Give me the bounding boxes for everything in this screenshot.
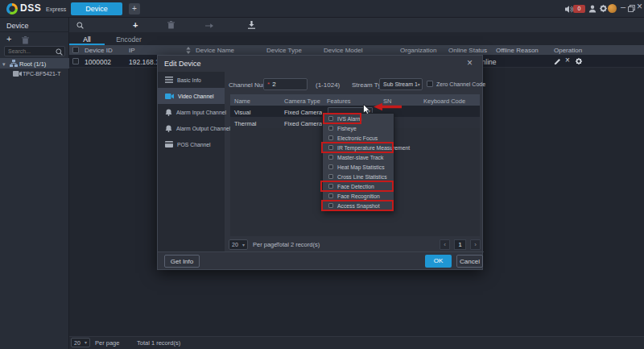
col-device-type: Device Type xyxy=(266,47,302,54)
per-page-label: Per page xyxy=(253,241,277,248)
current-page[interactable]: 1 xyxy=(454,239,466,250)
menu-item-video-channel[interactable]: Video Channel xyxy=(158,88,225,104)
per-page-value: 20 xyxy=(232,242,238,247)
pos-card-icon xyxy=(165,141,173,147)
title-bar: DSS Express Device + 0 – × xyxy=(0,0,644,18)
list-icon xyxy=(165,77,173,83)
stream-type-value: Sub Stream 1 xyxy=(383,81,418,87)
prev-page-button[interactable]: ‹ xyxy=(440,239,450,250)
zero-channel-checkbox[interactable] xyxy=(427,81,433,87)
logo-suffix: Express xyxy=(46,6,66,12)
dialog-title: Edit Device xyxy=(164,60,201,68)
user-icon[interactable] xyxy=(588,5,597,13)
device-toolbar xyxy=(69,18,644,32)
stream-type-select[interactable]: Sub Stream 1 ▾ xyxy=(379,78,423,90)
notification-badge[interactable]: 0 xyxy=(573,5,585,13)
settings-gear-icon[interactable] xyxy=(599,4,608,13)
import-icon xyxy=(248,21,255,29)
delete-organization-icon[interactable] xyxy=(22,36,29,44)
per-page-label: Per page xyxy=(95,339,119,347)
col-operation: Operation xyxy=(554,47,582,54)
annotation-box-ivs-alarm xyxy=(323,113,361,124)
select-all-checkbox[interactable] xyxy=(72,47,79,53)
col-features: Features xyxy=(327,98,351,105)
delete-device-row-icon[interactable]: × xyxy=(565,56,570,64)
next-page-button[interactable]: › xyxy=(470,239,481,250)
annotation-box-access-snapshot xyxy=(321,200,394,211)
tree-node-device[interactable]: TPC-BF5421-T xyxy=(0,69,69,79)
col-organization: Organization xyxy=(400,47,436,54)
tab-device[interactable]: Device xyxy=(71,2,122,15)
col-name: Name xyxy=(234,98,250,105)
ip-sort-icon[interactable] xyxy=(186,47,191,54)
per-page-value: 20 xyxy=(74,340,80,346)
chevron-down-icon: ▾ xyxy=(85,340,87,345)
minimize-button[interactable]: – xyxy=(621,2,625,11)
delete-icon xyxy=(167,21,175,29)
option-checkbox[interactable] xyxy=(328,135,333,140)
option-checkbox[interactable] xyxy=(328,174,333,179)
cancel-button[interactable]: Cancel xyxy=(456,255,483,268)
col-offline-reason: Offline Reason xyxy=(496,47,539,54)
option-fisheye[interactable]: Fisheye xyxy=(323,123,394,133)
dialog-menu: Basic Info Video Channel Alarm Input Cha… xyxy=(158,72,225,251)
device-sidebar: Device + ▾ Root (1/1) TPC-BF5421-T xyxy=(0,18,69,349)
annotation-box-ir-temperature xyxy=(321,142,394,153)
menu-item-alarm-output[interactable]: Alarm Output Channel xyxy=(158,120,225,136)
tree-expand-icon[interactable]: ▾ xyxy=(2,60,6,68)
close-window-button[interactable]: × xyxy=(637,2,642,11)
required-asterisk: * xyxy=(267,81,270,88)
tree-node-root[interactable]: ▾ Root (1/1) xyxy=(0,58,69,69)
option-checkbox[interactable] xyxy=(328,164,333,169)
col-keyboard-code: Keyboard Code xyxy=(423,98,465,105)
tab-all[interactable]: All xyxy=(69,35,105,44)
option-checkbox[interactable] xyxy=(328,155,333,160)
col-camera-type: Camera Type xyxy=(284,98,320,105)
total-records-label: Total 2 record(s) xyxy=(276,241,320,248)
edit-device-dialog: Edit Device × Basic Info Video Channel A… xyxy=(157,55,483,270)
col-device-name: Device Name xyxy=(196,47,234,54)
col-online-status: Online Status xyxy=(448,47,487,54)
option-master-slave-track[interactable]: Master-slave Track xyxy=(323,152,394,162)
dss-logo-icon xyxy=(6,3,18,15)
total-records-label: Total 1 record(s) xyxy=(137,339,180,347)
dialog-per-page-select[interactable]: 20 ▾ xyxy=(229,239,248,250)
menu-item-pos-channel[interactable]: POS Channel xyxy=(158,136,225,152)
cell-camera-type: Fixed Camera xyxy=(284,109,322,116)
sidebar-title: Device xyxy=(6,22,29,30)
camera-icon xyxy=(13,71,22,77)
ok-button[interactable]: OK xyxy=(425,255,452,268)
sound-icon[interactable] xyxy=(564,5,573,14)
cell-camera-type: Fixed Camera xyxy=(284,120,322,127)
dss-express-window: DSS Express Device + 0 – × Device + xyxy=(0,0,644,349)
move-to-icon xyxy=(205,23,213,29)
device-config-gear-icon[interactable] xyxy=(575,57,583,65)
per-page-select[interactable]: 20 ▾ xyxy=(71,338,90,347)
add-organization-button[interactable]: + xyxy=(6,35,11,44)
features-dropdown-panel: IVS Alarm Fisheye Electronic Focus IR Te… xyxy=(322,113,394,211)
get-info-button[interactable]: Get Info xyxy=(164,255,200,268)
menu-item-basic-info[interactable]: Basic Info xyxy=(158,72,225,88)
search-icon xyxy=(56,48,63,56)
cell-device-id: 1000002 xyxy=(85,58,111,66)
row-checkbox[interactable] xyxy=(72,58,79,64)
dialog-close-icon[interactable]: × xyxy=(467,58,473,69)
option-heat-map[interactable]: Heat Map Statistics xyxy=(323,162,394,172)
new-tab-button[interactable]: + xyxy=(129,3,140,15)
account-avatar[interactable] xyxy=(608,4,617,13)
option-checkbox[interactable] xyxy=(328,126,333,131)
annotation-box-face-detection xyxy=(320,181,394,192)
col-device-id: Device ID xyxy=(85,47,113,54)
edit-device-icon[interactable] xyxy=(554,58,561,65)
option-checkbox[interactable] xyxy=(328,193,333,198)
col-ip: IP xyxy=(129,47,135,54)
alarm-input-icon xyxy=(165,109,172,116)
menu-item-alarm-input[interactable]: Alarm Input Channel xyxy=(158,104,225,120)
chevron-down-icon: ▾ xyxy=(418,82,420,87)
tab-encoder[interactable]: Encoder xyxy=(111,35,147,44)
channel-table-header: Name Camera Type Features SN Keyboard Co… xyxy=(230,94,480,106)
channel-number-input[interactable]: * 2 xyxy=(263,78,308,90)
restore-button[interactable] xyxy=(628,5,635,12)
chevron-down-icon: ▾ xyxy=(242,243,245,247)
channel-number-range: (1-1024) xyxy=(316,81,340,89)
